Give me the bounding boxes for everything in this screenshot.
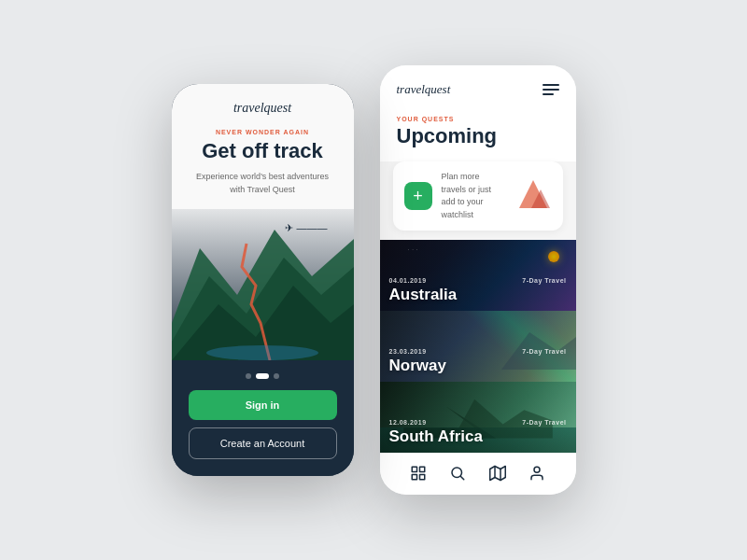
dot-3 (274, 373, 279, 379)
australia-date: 04.01.2019 (389, 277, 427, 284)
left-logo: travelquest (190, 101, 335, 116)
australia-name: Australia (389, 286, 567, 304)
svg-line-15 (461, 476, 464, 479)
section-label: Your Quests (380, 106, 576, 124)
add-icon: + (404, 182, 432, 210)
south-africa-name: South Africa (389, 427, 567, 446)
norway-date: 23.03.2019 (389, 348, 427, 355)
svg-rect-13 (419, 475, 424, 480)
right-logo: travelquest (397, 82, 451, 97)
nav-map-icon[interactable] (487, 463, 508, 483)
nav-search-icon[interactable] (447, 463, 468, 483)
nav-user-icon[interactable] (527, 463, 547, 483)
nav-home-icon[interactable] (408, 463, 429, 483)
norway-card[interactable]: 23.03.2019 7-Day Travel Norway (380, 311, 576, 382)
hamburger-line-3 (543, 93, 554, 95)
create-account-button[interactable]: Create an Account (189, 427, 337, 459)
australia-card[interactable]: · · · 04.01.2019 7-Day Travel Australia (380, 240, 576, 311)
left-subtitle: Experience world's best adventureswith T… (190, 171, 335, 196)
svg-marker-16 (490, 467, 506, 481)
add-travel-card[interactable]: + Plan more travels or justadd to your w… (393, 161, 563, 231)
bottom-navigation (380, 453, 576, 495)
left-screen: travelquest Never wonder again Get off t… (172, 84, 354, 476)
norway-content: 23.03.2019 7-Day Travel Norway (380, 311, 576, 382)
hamburger-line-2 (543, 89, 559, 91)
australia-content: 04.01.2019 7-Day Travel Australia (380, 240, 576, 311)
dot-2 (256, 373, 269, 379)
add-card-text: Plan more travels or justadd to your wat… (442, 171, 505, 221)
norway-meta: 23.03.2019 7-Day Travel (389, 348, 567, 355)
menu-button[interactable] (543, 84, 559, 95)
right-header: travelquest (380, 65, 576, 106)
south-africa-duration: 7-Day Travel (522, 419, 566, 426)
south-africa-card[interactable]: 12.08.2019 7-Day Travel South Africa (380, 382, 576, 453)
svg-rect-10 (412, 467, 416, 471)
south-africa-meta: 12.08.2019 7-Day Travel (389, 419, 567, 426)
norway-name: Norway (389, 357, 567, 375)
travel-cards-list: · · · 04.01.2019 7-Day Travel Australia (380, 240, 576, 453)
australia-duration: 7-Day Travel (522, 277, 566, 284)
svg-rect-12 (412, 475, 416, 480)
south-africa-content: 12.08.2019 7-Day Travel South Africa (380, 382, 576, 453)
signin-button[interactable]: Sign in (189, 390, 337, 420)
svg-point-14 (452, 468, 462, 478)
add-mountain-deco (514, 175, 552, 217)
australia-meta: 04.01.2019 7-Day Travel (389, 277, 567, 284)
section-title: Upcoming (380, 124, 576, 161)
svg-rect-11 (419, 467, 424, 471)
phones-container: travelquest Never wonder again Get off t… (172, 65, 576, 495)
south-africa-date: 12.08.2019 (389, 419, 427, 426)
norway-duration: 7-Day Travel (522, 348, 566, 355)
hamburger-line-1 (543, 84, 559, 86)
dot-1 (246, 373, 251, 379)
svg-point-19 (534, 467, 540, 472)
left-bottom: Sign in Create an Account (172, 360, 354, 476)
phone-left: travelquest Never wonder again Get off t… (172, 84, 354, 476)
airplane-icon: ✈ ——— (285, 222, 327, 234)
phone-right: travelquest Your Quests Upcoming + Plan … (380, 65, 576, 495)
left-tagline: Never wonder again (190, 129, 335, 135)
mountain-illustration: ✈ ——— (172, 209, 354, 360)
dots-indicator (189, 373, 337, 379)
left-header: travelquest Never wonder again Get off t… (172, 84, 354, 209)
svg-point-4 (206, 345, 318, 360)
left-title: Get off track (190, 139, 335, 163)
